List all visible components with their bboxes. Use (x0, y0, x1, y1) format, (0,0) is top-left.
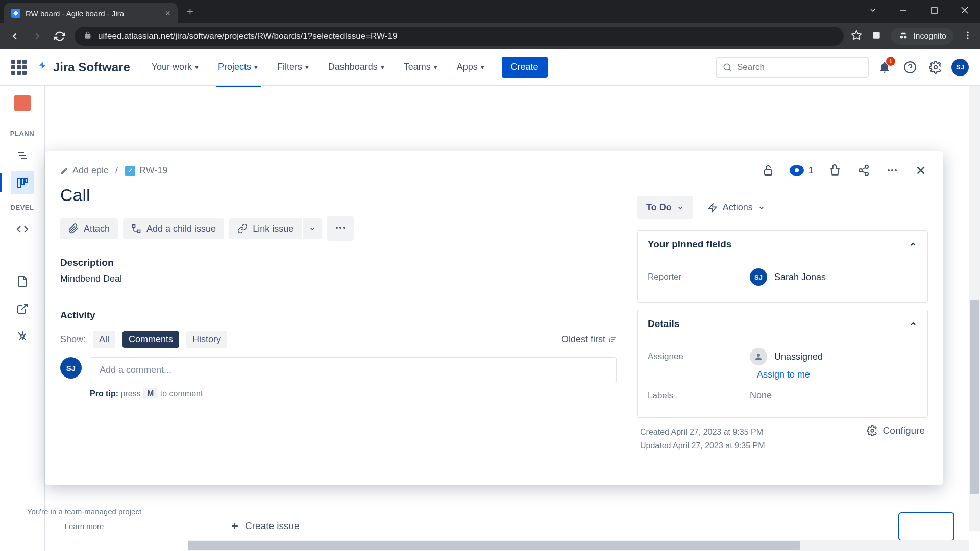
sort-button[interactable]: Oldest first (561, 334, 617, 345)
labels-value[interactable]: None (750, 390, 772, 401)
search-input[interactable] (737, 62, 862, 72)
nav-projects[interactable]: Projects▼ (212, 58, 265, 77)
svg-rect-18 (18, 178, 20, 187)
extensions-icon[interactable] (871, 30, 881, 42)
notifications-icon[interactable]: 1 (875, 58, 894, 77)
maximize-button[interactable] (919, 0, 949, 20)
tab-search-icon[interactable] (857, 0, 888, 20)
rail-shortcut-icon[interactable] (11, 297, 34, 320)
reporter-value[interactable]: SJ Sarah Jonas (750, 268, 826, 286)
svg-rect-20 (25, 178, 27, 182)
help-widget[interactable] (898, 512, 954, 541)
chevron-down-icon: ▼ (253, 64, 259, 70)
settings-icon[interactable] (926, 58, 945, 77)
chevron-down-icon: ▼ (304, 64, 310, 70)
tab-close-icon[interactable]: × (165, 8, 170, 19)
add-child-button[interactable]: Add a child issue (123, 218, 224, 239)
reload-button[interactable] (52, 29, 67, 44)
jira-favicon (11, 9, 20, 18)
address-bar[interactable]: uifeed.atlassian.net/jira/software/proje… (75, 27, 844, 46)
scrollbar-vertical[interactable] (969, 86, 980, 531)
url-text: uifeed.atlassian.net/jira/software/proje… (98, 31, 397, 41)
bookmark-icon[interactable] (851, 30, 862, 43)
minimize-button[interactable] (888, 0, 919, 20)
nav-teams[interactable]: Teams▼ (398, 58, 445, 77)
issue-title[interactable]: Call (60, 185, 617, 205)
share-icon[interactable] (856, 163, 871, 178)
details-header[interactable]: Details (638, 310, 927, 338)
svg-point-25 (865, 165, 868, 168)
jira-logo[interactable]: Jira Software (37, 60, 130, 74)
add-epic-button[interactable]: Add epic (60, 165, 108, 176)
search-box[interactable] (716, 57, 869, 78)
svg-rect-1 (931, 7, 937, 13)
nav-filters[interactable]: Filters▼ (271, 58, 316, 77)
new-tab-button[interactable]: + (187, 5, 193, 18)
details-panel: Details Assignee Unassigned Assign to me… (637, 310, 928, 418)
chevron-down-icon: ▼ (194, 64, 200, 70)
svg-point-11 (724, 64, 730, 70)
attach-button[interactable]: Attach (60, 218, 118, 239)
more-actions-icon[interactable] (885, 163, 899, 178)
svg-point-9 (967, 34, 968, 36)
create-issue-button[interactable]: Create issue (225, 515, 305, 537)
nav-dashboards[interactable]: Dashboards▼ (322, 58, 391, 77)
planning-label: PLANN (10, 130, 34, 137)
link-issue-button[interactable]: Link issue (229, 218, 302, 239)
svg-point-32 (895, 169, 897, 171)
chevron-down-icon (758, 204, 765, 211)
actions-dropdown[interactable]: Actions (700, 196, 772, 219)
description-label: Description (60, 257, 617, 268)
notification-badge: 1 (886, 57, 895, 66)
more-actions-button[interactable] (327, 216, 354, 241)
svg-marker-43 (708, 203, 716, 212)
unassigned-avatar-icon (750, 348, 767, 365)
help-icon[interactable] (900, 58, 920, 77)
incognito-badge[interactable]: Incognito (891, 28, 953, 45)
assign-to-me-link[interactable]: Assign to me (757, 369, 917, 380)
back-button[interactable] (7, 29, 22, 44)
description-text[interactable]: Mindbend Deal (60, 273, 617, 284)
assignee-value[interactable]: Unassigned (750, 348, 823, 365)
chevron-up-icon (909, 240, 917, 248)
comment-input[interactable]: Add a comment... (90, 357, 617, 383)
project-avatar[interactable] (14, 95, 31, 111)
lock-icon[interactable] (761, 163, 775, 178)
scrollbar-horizontal[interactable] (188, 540, 969, 551)
rail-timeline-icon[interactable] (11, 143, 34, 167)
close-modal-icon[interactable] (914, 163, 928, 178)
comment-avatar: SJ (60, 357, 82, 379)
user-avatar[interactable]: SJ (951, 59, 969, 76)
meta-dates: Created April 27, 2023 at 9:35 PM Update… (640, 425, 765, 453)
learn-more-link[interactable]: Learn more (10, 522, 158, 531)
vote-icon[interactable] (828, 163, 842, 178)
tab-history[interactable]: History (186, 331, 227, 348)
nav-your-work[interactable]: Your work▼ (145, 58, 206, 77)
rail-settings-icon[interactable] (11, 324, 34, 348)
configure-button[interactable]: Configure (867, 425, 925, 436)
reporter-label: Reporter (648, 272, 750, 282)
pro-tip: Pro tip: press M to comment (90, 389, 617, 398)
rail-code-icon[interactable] (11, 217, 34, 241)
pinned-header[interactable]: Your pinned fields (638, 231, 927, 258)
tab-comments[interactable]: Comments (122, 331, 179, 348)
status-dropdown[interactable]: To Do (637, 196, 693, 219)
svg-rect-35 (133, 225, 135, 228)
tab-all[interactable]: All (93, 331, 115, 348)
create-button[interactable]: Create (502, 57, 548, 78)
nav-apps[interactable]: Apps▼ (451, 58, 492, 77)
rail-board-icon[interactable] (11, 171, 34, 194)
browser-menu-icon[interactable] (963, 30, 973, 42)
close-window-button[interactable] (949, 0, 980, 20)
search-icon (723, 63, 732, 72)
chevron-down-icon (309, 225, 316, 232)
app-switcher-icon[interactable] (11, 60, 27, 75)
link-dropdown-button[interactable] (302, 218, 322, 239)
forward-button[interactable] (30, 29, 45, 44)
assignee-label: Assignee (648, 352, 750, 362)
attachment-icon (68, 223, 79, 234)
rail-pages-icon[interactable] (11, 269, 34, 293)
watch-button[interactable]: 1 (790, 165, 814, 176)
browser-tab[interactable]: RW board - Agile board - Jira × (4, 3, 178, 23)
issue-key-link[interactable]: ✓ RW-19 (125, 165, 167, 176)
